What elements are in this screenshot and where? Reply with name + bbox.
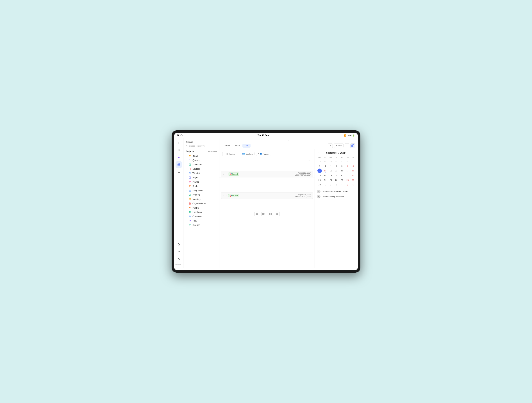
svg-point-12 bbox=[189, 155, 190, 156]
object-item-meetings[interactable]: Meetings ··· bbox=[184, 197, 219, 201]
object-item-books[interactable]: › Books ··· bbox=[184, 184, 219, 188]
cal-day-4[interactable]: 4 bbox=[329, 164, 333, 168]
cal-day-7[interactable]: 7 bbox=[345, 164, 350, 168]
cal-day-8[interactable]: 8 bbox=[351, 164, 355, 168]
cal-prev[interactable]: ‹ bbox=[317, 151, 321, 155]
cal-day-2-oct[interactable]: 2 bbox=[329, 182, 333, 187]
more-event-1[interactable]: ··· bbox=[226, 173, 227, 175]
cal-day-3[interactable]: 3 bbox=[323, 164, 327, 168]
battery-icon: 🔋 bbox=[353, 134, 355, 137]
svg-rect-53 bbox=[264, 214, 265, 215]
cal-day-26-aug[interactable]: 26 bbox=[317, 159, 322, 163]
cal-day-14[interactable]: 14 bbox=[345, 169, 350, 173]
prev-button[interactable]: ‹ bbox=[328, 143, 333, 148]
cal-day-27-aug[interactable]: 27 bbox=[323, 159, 327, 163]
more-options-button[interactable]: ··· bbox=[176, 248, 182, 255]
trash-button[interactable] bbox=[176, 241, 182, 247]
add-meeting-button[interactable]: + 👥 Meeting bbox=[239, 152, 255, 156]
cal-day-30[interactable]: 30 bbox=[317, 182, 322, 187]
calendar-button[interactable] bbox=[176, 161, 182, 168]
object-item-dailynotes[interactable]: › Daily Notes ··· bbox=[184, 188, 219, 193]
object-item-people[interactable]: › People ··· bbox=[184, 206, 219, 210]
cal-day-4-oct[interactable]: 4 bbox=[340, 182, 344, 187]
object-item-organizations[interactable]: Organizations ··· bbox=[184, 201, 219, 206]
view-toggle-grid2[interactable] bbox=[261, 212, 266, 216]
cal-next[interactable]: › bbox=[352, 151, 356, 155]
object-item-quotes[interactable]: " Quotes ··· bbox=[184, 158, 219, 162]
cal-day-5[interactable]: 5 bbox=[334, 164, 338, 168]
cal-day-23[interactable]: 23 bbox=[317, 178, 322, 182]
svg-rect-46 bbox=[227, 154, 228, 155]
cal-day-2[interactable]: 2 bbox=[317, 164, 322, 168]
cal-day-12[interactable]: 12 bbox=[334, 169, 338, 173]
more-event-2[interactable]: ··· bbox=[226, 195, 227, 197]
cal-day-5-oct[interactable]: 5 bbox=[345, 182, 350, 187]
object-item-queries[interactable]: Queries ··· bbox=[184, 223, 219, 227]
view-toggle-indent[interactable] bbox=[275, 212, 280, 216]
cal-day-28-aug[interactable]: 28 bbox=[329, 159, 333, 163]
cal-day-11[interactable]: 11 bbox=[329, 169, 333, 173]
cal-day-6[interactable]: 6 bbox=[340, 164, 344, 168]
cal-day-26[interactable]: 26 bbox=[334, 178, 338, 182]
add-person-button[interactable]: + 👤 Person bbox=[256, 152, 271, 156]
cal-day-3-oct[interactable]: 3 bbox=[334, 182, 338, 187]
expand-button-1[interactable]: ⤢ bbox=[308, 159, 310, 162]
cal-day-29[interactable]: 29 bbox=[351, 178, 355, 182]
expand-event-1[interactable]: ⤢ bbox=[223, 173, 224, 175]
tab-day[interactable]: Day bbox=[242, 144, 251, 148]
object-item-sources[interactable]: Sources ··· bbox=[184, 167, 219, 171]
cal-day-1[interactable]: 1 bbox=[351, 159, 355, 163]
more-button-1[interactable]: ··· bbox=[311, 159, 312, 162]
cal-day-21[interactable]: 21 bbox=[345, 173, 350, 178]
view-toggle-list[interactable] bbox=[254, 212, 259, 216]
cal-day-24[interactable]: 24 bbox=[323, 178, 327, 182]
cal-day-17[interactable]: 17 bbox=[323, 173, 327, 178]
object-item-weblinks[interactable]: Weblinks ··· bbox=[184, 171, 219, 176]
pinned-title: Pinned bbox=[186, 141, 217, 143]
cal-day-31-aug[interactable]: 31 bbox=[345, 159, 350, 163]
new-type-button[interactable]: + New type bbox=[208, 150, 217, 153]
cal-day-9-today[interactable]: 9 bbox=[317, 169, 322, 173]
tab-week[interactable]: Week bbox=[233, 144, 242, 148]
view-tabs: Month Week Day ‹ Today › bbox=[219, 142, 358, 149]
icon-pages bbox=[189, 176, 191, 179]
cal-day-22[interactable]: 22 bbox=[351, 173, 355, 178]
ai-button[interactable] bbox=[176, 154, 182, 161]
cal-day-25[interactable]: 25 bbox=[329, 178, 333, 182]
object-item-projects[interactable]: › Projects ··· bbox=[184, 193, 219, 197]
cal-day-1-oct[interactable]: 1 bbox=[323, 182, 327, 187]
object-item-places[interactable]: › Places ··· bbox=[184, 180, 219, 184]
tab-month[interactable]: Month bbox=[222, 144, 233, 148]
view-toggle-grid3[interactable] bbox=[268, 212, 273, 216]
object-item-ideas[interactable]: › Ideas ··· bbox=[184, 154, 219, 158]
next-button[interactable]: › bbox=[345, 143, 349, 148]
expand-event-2[interactable]: ⤢ bbox=[223, 195, 224, 197]
cal-day-13[interactable]: 13 bbox=[340, 169, 344, 173]
cal-day-20[interactable]: 20 bbox=[340, 173, 344, 178]
today-button[interactable]: Today bbox=[334, 143, 343, 148]
object-item-countries[interactable]: Countries ··· bbox=[184, 214, 219, 219]
object-item-definitions[interactable]: Definitions ··· bbox=[184, 162, 219, 167]
cal-day-29-aug[interactable]: 29 bbox=[334, 159, 338, 163]
cal-day-27[interactable]: 27 bbox=[340, 178, 344, 182]
search-button[interactable] bbox=[176, 147, 182, 153]
object-item-pages[interactable]: Pages ··· bbox=[184, 176, 219, 180]
cal-day-19[interactable]: 19 bbox=[334, 173, 338, 178]
wifi-icon: 📶 bbox=[344, 134, 346, 137]
layout-toggle-button[interactable] bbox=[350, 143, 355, 148]
list-view-button[interactable] bbox=[176, 169, 182, 175]
settings-button[interactable] bbox=[176, 255, 182, 262]
cal-day-28[interactable]: 28 bbox=[345, 178, 350, 182]
cal-day-6-oct[interactable]: 6 bbox=[351, 182, 355, 187]
cal-day-16[interactable]: 16 bbox=[317, 173, 322, 178]
object-item-tags[interactable]: Tags ··· bbox=[184, 219, 219, 223]
cal-day-15[interactable]: 15 bbox=[351, 169, 355, 173]
icon-queries bbox=[189, 224, 191, 227]
cal-day-18[interactable]: 18 bbox=[329, 173, 333, 178]
cal-day-30-aug[interactable]: 30 bbox=[340, 159, 344, 163]
add-project-button[interactable]: + Project bbox=[222, 152, 237, 156]
add-button[interactable]: + bbox=[176, 140, 182, 146]
object-item-locations[interactable]: Locations ··· bbox=[184, 210, 219, 214]
cal-day-10[interactable]: 10 bbox=[323, 169, 327, 173]
label-meetings: Meetings bbox=[192, 198, 215, 201]
